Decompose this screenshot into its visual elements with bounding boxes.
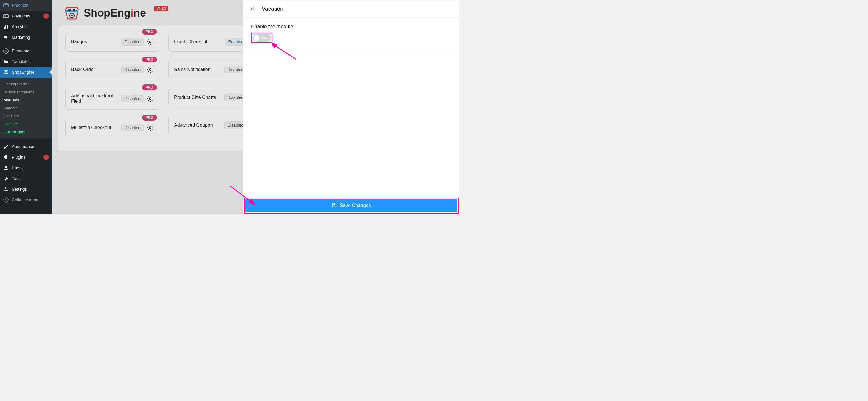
module-status: Disabled [121,38,144,46]
brand-logo: ShopEngine V4.6.3 [64,6,168,20]
shopengine-icon [3,69,9,75]
gear-icon[interactable] [146,65,154,74]
enable-module-label: Enable the module [251,24,451,30]
sidebar-item-plugins[interactable]: Plugins 1 [0,152,52,163]
module-name: Badges [71,39,87,45]
sidebar-item-settings[interactable]: Settings [0,184,52,195]
submenu-item-getting-started[interactable]: Getting Started [0,80,52,88]
sidebar-item-templates[interactable]: Templates [0,56,52,67]
sidebar-item-appearance[interactable]: Appearance [0,141,52,152]
module-card-back-order[interactable]: PRO Back-Order Disabled [65,60,160,79]
submenu-item-modules[interactable]: Modules [0,96,52,104]
svg-point-17 [6,190,7,191]
sidebar-item-label: Payments [12,13,42,18]
close-icon[interactable] [249,6,255,12]
svg-point-20 [73,9,75,11]
enable-toggle[interactable]: OFF [253,34,271,42]
sidebar-item-users[interactable]: Users [0,163,52,173]
sliders-icon [3,186,9,192]
svg-point-26 [149,127,151,128]
panel-header: Vacation [243,0,460,18]
module-card-badges[interactable]: PRO Badges Disabled [65,32,160,52]
count-badge: 1 [43,13,49,19]
toggle-knob [253,35,259,41]
sidebar-item-elementor[interactable]: Elementor [0,46,52,56]
sidebar-item-products[interactable]: Products [0,0,52,11]
panel-footer: Save Changes [243,198,460,214]
sidebar-item-label: Settings [12,187,49,192]
gear-icon[interactable] [146,38,154,46]
save-icon [332,202,337,209]
svg-point-3 [5,16,5,16]
megaphone-icon [3,34,9,40]
submenu-item-builder-templates[interactable]: Builder Templates [0,88,52,96]
submenu-item-our-plugins[interactable]: Our Plugins [0,128,52,136]
module-name: Additional Checkout Field [71,93,118,104]
sidebar-item-label: Plugins [12,155,42,160]
sidebar-item-analytics[interactable]: Analytics [0,21,52,32]
svg-rect-8 [5,50,5,52]
sidebar-submenu: Getting Started Builder Templates Module… [0,78,52,138]
version-badge: V4.6.3 [154,6,168,11]
sidebar-item-label: Templates [12,59,49,64]
svg-point-13 [5,166,7,168]
user-icon [3,165,9,171]
pro-badge: PRO [142,57,157,62]
collapse-icon [3,197,9,203]
svg-rect-9 [6,50,7,50]
pro-badge: PRO [142,84,157,90]
sidebar-item-label: Users [12,166,49,170]
sidebar-item-payments[interactable]: Payments 1 [0,11,52,21]
module-name: Sales Notification [174,67,211,72]
svg-point-25 [149,98,151,99]
sidebar-item-shopengine[interactable]: ShopEngine [0,67,52,78]
sidebar-item-label: Collapse menu [12,198,49,202]
module-status: Disabled [121,124,144,132]
svg-rect-5 [5,26,6,29]
shopengine-logo-icon [64,6,80,20]
sidebar-item-collapse[interactable]: Collapse menu [0,195,52,205]
module-card-additional-checkout-field[interactable]: PRO Additional Checkout Field Disabled [65,88,160,110]
svg-rect-6 [7,25,8,29]
submenu-item-get-help[interactable]: Get Help [0,112,52,120]
module-card-multistep-checkout[interactable]: PRO Multistep Checkout Disabled [65,118,160,137]
sidebar-item-label: Elementor [12,49,49,53]
svg-rect-0 [4,4,8,7]
annotation-highlight: OFF [251,33,273,43]
save-button[interactable]: Save Changes [245,199,457,212]
analytics-icon [3,24,9,30]
sidebar-item-label: Marketing [12,35,49,40]
pro-badge: PRO [142,115,157,120]
payments-icon [3,13,9,19]
module-name: Product Size Charts [174,95,216,100]
sidebar-item-tools[interactable]: Tools [0,173,52,184]
module-name: Multistep Checkout [71,125,111,130]
submenu-item-license[interactable]: License [0,120,52,128]
module-status: Disabled [121,66,144,74]
save-button-label: Save Changes [340,203,371,208]
gear-icon[interactable] [146,94,154,103]
svg-point-12 [5,72,7,73]
svg-rect-11 [6,52,7,52]
sidebar-item-marketing[interactable]: Marketing [0,32,52,42]
svg-point-18 [4,198,8,202]
svg-point-22 [71,15,73,16]
toggle-state-text: OFF [262,36,268,40]
folder-icon [3,59,9,64]
sidebar-item-label: ShopEngine [12,70,49,75]
brush-icon [3,144,9,149]
module-name: Back-Order [71,67,95,72]
svg-point-24 [149,69,151,70]
module-name: Advanced Coupon [174,123,213,128]
panel-body: Enable the module OFF [243,18,460,198]
submenu-item-widgets[interactable]: Widgets [0,104,52,112]
svg-rect-2 [4,15,8,18]
gear-icon[interactable] [146,123,154,132]
plug-icon [3,154,9,160]
svg-rect-34 [334,203,335,204]
svg-rect-4 [4,27,5,29]
brand-name: ShopEngine [84,7,146,19]
svg-point-16 [5,188,6,189]
svg-point-19 [68,9,71,11]
sidebar-item-label: Tools [12,176,49,181]
